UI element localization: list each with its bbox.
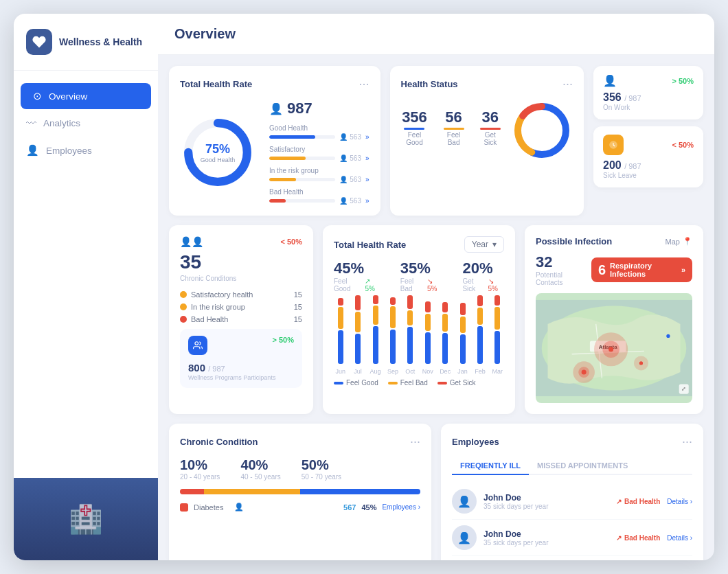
infection-header: Possible Infection Map 📍 — [536, 236, 692, 246]
cc-pct-val-2: 50% — [302, 457, 341, 473]
hbar-fill-0 — [269, 135, 315, 139]
person-icon: 👤 — [269, 102, 283, 115]
bar-group-8: Feb — [473, 295, 486, 375]
cleg-dot-0 — [180, 291, 187, 298]
logo-text: Wellness & Health — [59, 36, 142, 48]
person-icon: 👤 — [339, 197, 348, 205]
hbar-item-1: Satisfactory 👤 563 » — [269, 146, 369, 162]
bar-label-3: Sep — [387, 368, 398, 375]
employees-menu[interactable]: ··· — [682, 435, 692, 449]
infection-title: Possible Infection — [536, 236, 612, 246]
pct-label-2: Get Sick — [462, 277, 486, 292]
emp-details-1[interactable]: Details › — [667, 534, 692, 542]
bar-seg-good-8 — [477, 326, 483, 364]
emp-details-0[interactable]: Details › — [667, 498, 692, 505]
cc-pct-0: 10% 20 - 40 years — [180, 457, 220, 481]
emp-status-0: ↗ Bad Health — [616, 498, 660, 505]
hbar-arrow-2[interactable]: » — [365, 176, 369, 183]
hbar-arrow-0[interactable]: » — [365, 133, 369, 141]
sidebar: Wellness & Health ⊙ Overview 〰 Analytics… — [14, 14, 158, 560]
get-sick-label: Get Sick — [479, 131, 501, 146]
pct-sub-1: Feel Bad ↘ 5% — [400, 277, 444, 292]
bar-seg-good-0 — [338, 330, 343, 364]
bar-label-5: Nov — [422, 368, 433, 375]
infection-card: Possible Infection Map 📍 32 Potential Co… — [525, 225, 703, 414]
on-work-pct: > 50% — [672, 77, 694, 85]
hbar-item-3: Bad Health 👤 563 » — [269, 188, 369, 205]
legend-item-0: Feel Good — [334, 379, 378, 387]
bar-stack-4 — [407, 295, 413, 364]
legend-dot-0 — [334, 382, 343, 384]
cc-item-count: 567 — [343, 503, 356, 512]
on-work-label: On Work — [603, 104, 694, 111]
bar-group-9: Mar — [491, 295, 504, 375]
bar-seg-sick-3 — [390, 297, 396, 305]
main-content: Total Health Rate ··· 75% Good Health — [158, 55, 714, 560]
emp-tabs: FREQIENTLY ILL MISSED APPOINTMENTS — [452, 457, 692, 475]
part-icon-wrap — [188, 336, 207, 358]
sick-leave-top: < 50% — [603, 135, 694, 155]
legend-item-2: Get Sick — [437, 379, 476, 387]
cc-pct-sub-0: 20 - 40 years — [180, 473, 220, 481]
hbar-track-2: 👤 563 » — [269, 176, 369, 183]
bar-seg-bad-2 — [373, 306, 378, 325]
health-bar-row: Good Health 👤 563 » — [269, 124, 369, 205]
page-title: Overview — [174, 26, 236, 41]
health-status-menu[interactable]: ··· — [562, 77, 573, 91]
cc-bar-seg-1 — [204, 489, 300, 494]
hbar-label-3: Bad Health — [269, 188, 369, 196]
hbar-label-2: In the risk group — [269, 167, 369, 174]
hbar-arrow-3[interactable]: » — [365, 197, 369, 205]
feel-good-line — [404, 128, 424, 130]
bar-label-4: Oct — [405, 368, 415, 375]
sick-leave-count: 200 / 987 — [603, 159, 694, 172]
infection-badge: 6 Respiratory Infections » — [591, 257, 692, 282]
svg-point-6 — [195, 342, 198, 345]
pct-trend-1: ↘ 5% — [427, 277, 443, 292]
cleg-left-1: In the risk group — [180, 303, 245, 311]
emp-tab-1[interactable]: MISSED APPOINTMENTS — [529, 457, 636, 475]
sidebar-logo: Wellness & Health — [14, 14, 158, 71]
bar-group-0: Jun — [334, 295, 347, 375]
badge-label: Respiratory Infections — [610, 262, 677, 278]
emp-tab-0[interactable]: FREQIENTLY ILL — [452, 457, 529, 475]
bar-group-6: Dec — [438, 295, 451, 375]
map-svg: Atlanta — [536, 293, 692, 403]
bar-seg-sick-0 — [338, 298, 343, 306]
sidebar-item-analytics[interactable]: 〰 Analytics — [14, 111, 158, 136]
total-health-rate-title: Total Health Rate — [180, 79, 252, 89]
total-health-rate-menu[interactable]: ··· — [359, 77, 369, 91]
chart-filter[interactable]: Year ▾ — [464, 236, 504, 253]
hbar-arrow-1[interactable]: » — [365, 154, 369, 162]
sick-leave-label: Sick Leave — [603, 172, 694, 179]
legend-dot-1 — [388, 382, 398, 384]
badge-arrow: » — [681, 266, 685, 274]
sidebar-item-employees[interactable]: 👤 Employees — [14, 137, 158, 163]
donut-center: 75% Good Health — [201, 141, 236, 163]
emp-name-0: John Doe — [484, 493, 609, 503]
chronic-cond-menu[interactable]: ··· — [410, 435, 420, 449]
pct-sub-2: Get Sick ↘ 5% — [462, 277, 504, 292]
employees-card: Employees ··· FREQIENTLY ILL MISSED APPO… — [441, 424, 703, 560]
bar-label-2: Aug — [370, 368, 381, 375]
cleg-item-0: Satisfactory health 15 — [180, 290, 302, 299]
pct-val-2: 20% — [462, 260, 504, 277]
map-link[interactable]: Map 📍 — [666, 237, 692, 246]
legend-label-1: Feel Bad — [400, 379, 428, 387]
chronic-label: Chronic Conditons — [180, 275, 302, 282]
bar-seg-sick-5 — [425, 301, 431, 313]
get-sick-line — [480, 128, 501, 130]
emp-info-0: John Doe 35 sick days per year — [484, 493, 609, 510]
health-status-title: Health Status — [401, 79, 458, 89]
status-numbers: 356 Feel Good 56 Feel Bad — [401, 108, 501, 146]
emp-row-1: 👤 John Doe 35 sick days per year ↗ Bad H… — [452, 520, 692, 556]
cc-item-link[interactable]: Employees › — [382, 503, 420, 511]
bar-label-9: Mar — [492, 368, 503, 375]
emp-status-1: ↗ Bad Health — [616, 534, 660, 542]
svg-point-19 — [666, 334, 670, 338]
sidebar-item-overview[interactable]: ⊙ Overview — [21, 83, 151, 109]
chart-title: Total Health Rate — [334, 240, 406, 250]
donut-label: Good Health — [201, 156, 236, 163]
bar-seg-sick-2 — [373, 295, 378, 304]
hbar-track-0: 👤 563 » — [269, 133, 369, 141]
